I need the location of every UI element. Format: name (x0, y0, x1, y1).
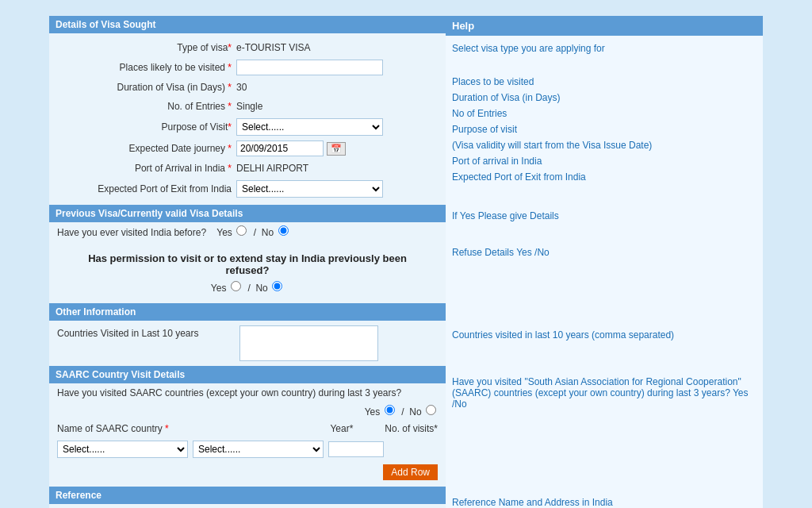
port-exit-select[interactable]: Select...... (236, 180, 383, 198)
permission-question: Has permission to visit or to extend sta… (57, 246, 438, 279)
help-duration[interactable]: Duration of Visa (in Days) (452, 90, 756, 106)
saarc-yes-radio[interactable] (385, 405, 395, 415)
visited-no-radio[interactable] (278, 225, 289, 236)
help-ref-name[interactable]: Reference Name and Address in India (452, 495, 756, 508)
duration-value: 30 (236, 82, 441, 93)
help-permission[interactable]: Refuse Details Yes /No (452, 244, 756, 260)
help-countries[interactable]: Countries visited in last 10 years (comm… (452, 327, 756, 343)
places-label: Places likely to be visited * (54, 62, 236, 73)
help-header: Help (446, 16, 763, 36)
saarc-year-select[interactable]: Select...... (193, 441, 324, 458)
saarc-country-select[interactable]: Select...... (57, 441, 188, 458)
help-saarc[interactable]: Have you visited "South Asian Associatio… (452, 374, 756, 412)
countries-textarea[interactable] (239, 325, 378, 361)
saarc-visits-label: No. of visits* (385, 423, 438, 434)
section-header-prev-visa: Previous Visa/Currently valid Visa Detai… (49, 205, 446, 222)
saarc-no-label: No (409, 406, 421, 418)
section-header-visa: Details of Visa Sought (49, 16, 446, 33)
type-visa-value: e-TOURIST VISA (236, 42, 441, 53)
permission-yes-label: Yes (211, 283, 227, 294)
help-purpose[interactable]: Purpose of visit (452, 121, 756, 137)
saarc-question: Have you visited SAARC countries (except… (49, 383, 446, 402)
countries-label: Countries Visited in Last 10 years (57, 325, 239, 339)
port-arrival-label: Port of Arrival in India * (54, 163, 236, 174)
purpose-select[interactable]: Select...... (236, 118, 383, 136)
saarc-yes-label: Yes (365, 406, 381, 418)
permission-no-label: No (255, 283, 267, 294)
help-date[interactable]: (Visa validity will start from the Visa … (452, 137, 756, 153)
duration-label: Duration of Visa (in Days) * (54, 82, 236, 93)
saarc-visits-input[interactable] (328, 441, 384, 457)
port-exit-label: Expected Port of Exit from India (54, 183, 236, 194)
permission-no-radio[interactable] (272, 281, 282, 291)
permission-yes-radio[interactable] (231, 281, 241, 291)
help-entries[interactable]: No of Entries (452, 106, 756, 121)
help-visa-type[interactable]: Select visa type you are applying for (452, 40, 756, 56)
visited-india-label: Have you ever visited India before? (57, 227, 206, 238)
port-arrival-value: DELHI AIRPORT (236, 163, 441, 174)
type-visa-label: Type of visa* (54, 42, 236, 53)
help-prev-visa[interactable]: If Yes Please give Details (452, 208, 756, 224)
visited-yes-radio[interactable] (236, 225, 247, 236)
help-places[interactable]: Places to be visited (452, 74, 756, 90)
purpose-label: Purpose of Visit* (54, 121, 236, 133)
expected-date-input[interactable] (236, 140, 324, 156)
add-row-button[interactable]: Add Row (383, 464, 438, 480)
saarc-year-label: Year* (330, 423, 353, 434)
entries-label: No. of Entries * (54, 101, 236, 112)
section-header-reference: Reference (49, 487, 446, 504)
calendar-button[interactable]: 📅 (327, 142, 346, 156)
saarc-name-label: Name of SAARC country * (57, 423, 169, 434)
saarc-no-radio[interactable] (426, 405, 436, 415)
places-input[interactable] (236, 60, 383, 75)
visited-yes-label: Yes (216, 227, 232, 238)
section-header-other-info: Other Information (49, 303, 446, 321)
help-port-exit[interactable]: Expected Port of Exit from India (452, 169, 756, 185)
entries-value: Single (236, 101, 441, 112)
expected-date-label: Expected Date journey * (54, 143, 236, 154)
visited-india-row: Have you ever visited India before? Yes … (49, 222, 446, 241)
section-header-saarc: SAARC Country Visit Details (49, 366, 446, 383)
help-port-arrival[interactable]: Port of arrival in India (452, 153, 756, 169)
visited-no-label: No (262, 227, 274, 238)
